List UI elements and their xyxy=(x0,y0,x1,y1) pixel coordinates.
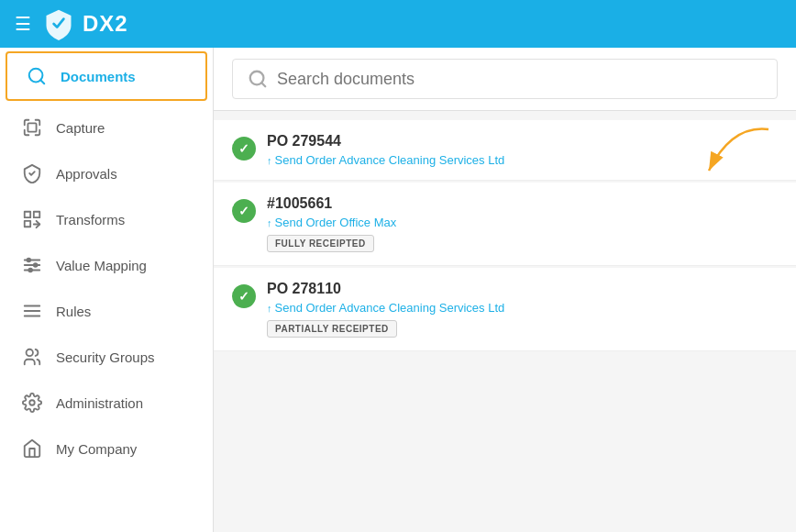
doc-subtitle-text: Send Order Advance Cleaning Services Ltd xyxy=(275,153,505,167)
sidebar-item-transforms-label: Transforms xyxy=(56,212,125,227)
status-badge: FULLY RECEIPTED xyxy=(267,235,374,252)
send-order-arrow-icon: ↑ xyxy=(267,155,272,166)
value-mapping-icon xyxy=(21,255,43,275)
send-order-arrow-icon: ↑ xyxy=(267,217,272,228)
transforms-icon xyxy=(21,209,43,229)
sidebar-item-administration[interactable]: Administration xyxy=(0,380,213,426)
content-area: ✓ PO 279544 ↑ Send Order Advance Cleanin… xyxy=(214,48,796,532)
sidebar-item-documents[interactable]: Documents xyxy=(6,51,207,101)
topbar: ☰ DX2 xyxy=(0,0,796,48)
sidebar-item-security-groups-label: Security Groups xyxy=(56,349,155,365)
logo-icon xyxy=(42,7,75,40)
sidebar-item-capture-label: Capture xyxy=(56,120,105,136)
search-input[interactable] xyxy=(277,70,762,89)
svg-point-12 xyxy=(27,349,33,356)
logo-text: DX2 xyxy=(83,11,128,37)
rules-icon xyxy=(21,301,43,321)
capture-icon xyxy=(21,117,43,138)
sidebar-item-my-company[interactable]: My Company xyxy=(0,426,213,471)
search-bar xyxy=(232,59,778,99)
sidebar-item-approvals-label: Approvals xyxy=(56,166,117,182)
sidebar-item-approvals[interactable]: Approvals xyxy=(0,150,213,196)
doc-title: #1005661 xyxy=(267,195,778,212)
doc-subtitle: ↑ Send Order Office Max xyxy=(267,216,778,229)
hamburger-menu-icon[interactable]: ☰ xyxy=(15,13,31,35)
documents-icon xyxy=(26,66,48,86)
search-bar-container xyxy=(214,48,796,111)
doc-content: #1005661 ↑ Send Order Office Max FULLY R… xyxy=(267,195,778,252)
svg-point-6 xyxy=(28,259,31,262)
sidebar-item-documents-label: Documents xyxy=(61,69,136,84)
svg-line-15 xyxy=(261,83,265,86)
status-badge: PARTIALLY RECEIPTED xyxy=(267,320,397,338)
sidebar-item-administration-label: Administration xyxy=(56,395,143,411)
approvals-icon xyxy=(21,163,43,183)
status-check-icon: ✓ xyxy=(232,284,256,308)
sidebar-item-security-groups[interactable]: Security Groups xyxy=(0,334,213,380)
doc-title: PO 279544 xyxy=(267,133,778,150)
doc-subtitle-text: Send Order Office Max xyxy=(275,216,397,229)
my-company-icon xyxy=(21,438,43,459)
send-order-arrow-icon: ↑ xyxy=(267,303,272,314)
sidebar-item-value-mapping[interactable]: Value Mapping xyxy=(0,242,213,288)
sidebar-item-rules-label: Rules xyxy=(56,304,91,319)
security-groups-icon xyxy=(21,347,43,367)
doc-content: PO 278110 ↑ Send Order Advance Cleaning … xyxy=(267,281,778,338)
doc-subtitle-text: Send Order Advance Cleaning Services Ltd xyxy=(275,301,505,315)
sidebar-item-capture[interactable]: Capture xyxy=(0,105,213,150)
doc-subtitle: ↑ Send Order Advance Cleaning Services L… xyxy=(267,301,778,315)
svg-rect-2 xyxy=(28,123,36,131)
status-check-icon: ✓ xyxy=(232,137,256,161)
documents-list: ✓ PO 279544 ↑ Send Order Advance Cleanin… xyxy=(214,111,796,532)
doc-title: PO 278110 xyxy=(267,281,778,297)
table-row[interactable]: ✓ PO 279544 ↑ Send Order Advance Cleanin… xyxy=(214,120,796,181)
sidebar: Documents Capture Approvals xyxy=(0,48,214,532)
doc-subtitle: ↑ Send Order Advance Cleaning Services L… xyxy=(267,153,778,167)
sidebar-item-value-mapping-label: Value Mapping xyxy=(56,258,147,273)
status-check-icon: ✓ xyxy=(232,199,256,223)
main-layout: Documents Capture Approvals xyxy=(0,48,796,532)
svg-point-8 xyxy=(28,269,32,272)
svg-point-7 xyxy=(34,263,38,267)
svg-point-13 xyxy=(29,400,35,405)
search-icon xyxy=(248,69,268,89)
sidebar-item-rules[interactable]: Rules xyxy=(0,288,213,334)
doc-content: PO 279544 ↑ Send Order Advance Cleaning … xyxy=(267,133,778,167)
svg-line-1 xyxy=(40,80,44,83)
sidebar-item-my-company-label: My Company xyxy=(56,441,137,457)
table-row[interactable]: ✓ #1005661 ↑ Send Order Office Max FULLY… xyxy=(214,183,796,266)
sidebar-item-transforms[interactable]: Transforms xyxy=(0,196,213,242)
logo: DX2 xyxy=(42,7,128,40)
table-row[interactable]: ✓ PO 278110 ↑ Send Order Advance Cleanin… xyxy=(214,268,796,351)
administration-icon xyxy=(21,393,43,413)
